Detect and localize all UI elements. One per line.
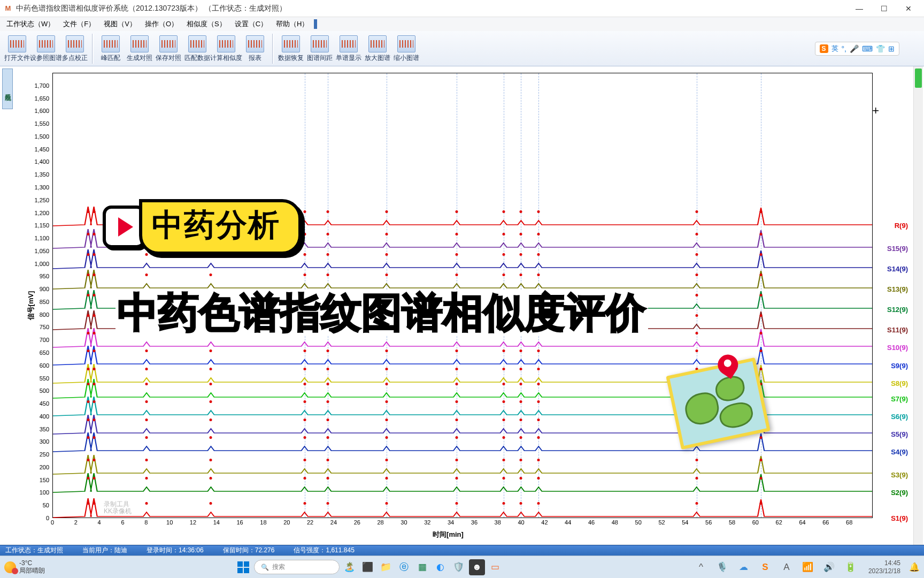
app-body: 系统导航 05010015020025030035040045050055060… (0, 66, 924, 545)
toolbar-button[interactable]: 匹配数据 (183, 33, 211, 64)
x-tick: 52 (658, 519, 665, 526)
taskbar-app-origin[interactable]: ▭ (487, 559, 503, 575)
taskbar-weather[interactable]: -3°C 局部晴朗 (4, 560, 45, 574)
menu-item[interactable]: 操作（O） (141, 18, 182, 31)
x-tick: 64 (799, 519, 805, 526)
weather-icon (4, 561, 16, 573)
toolbar-button[interactable]: 图谱间距 (306, 33, 334, 64)
menu-item[interactable]: 工作状态（W） (2, 18, 59, 31)
maximize-button[interactable]: ☐ (872, 1, 896, 17)
tray-mic-icon[interactable]: 🎙️ (714, 559, 730, 575)
y-tick: 1,250 (34, 197, 49, 203)
start-button[interactable] (235, 559, 252, 576)
menu-item[interactable]: 相似度（S） (182, 18, 230, 31)
tray-chevron-icon[interactable]: ^ (693, 559, 709, 575)
series-label: S2(9) (891, 489, 908, 497)
y-tick: 1,600 (34, 108, 49, 114)
series-label: S8(9) (891, 379, 908, 387)
toolbar-button[interactable]: 生成对照 (126, 33, 153, 64)
tray-ime-icon[interactable]: S (757, 559, 773, 575)
taskbar-center: 🔍 搜索 🏝️ ⬛ 📁 ⓔ ▦ ◐ 🛡️ ☻ ▭ (48, 559, 690, 576)
toolbar: 打开文件设参照图谱多点校正峰匹配生成对照保存对照匹配数据计算相似度报表数据恢复图… (0, 31, 924, 66)
watermark-line2: KK录像机 (104, 508, 132, 515)
toolbar-label: 缩小图谱 (394, 54, 419, 63)
vertical-scrollbar[interactable] (913, 66, 923, 545)
toolbar-button[interactable]: 保存对照 (155, 33, 182, 64)
toolbar-icon (159, 35, 178, 52)
toolbar-button[interactable]: 单谱显示 (335, 33, 363, 64)
notifications-icon[interactable]: 🔔 (909, 562, 920, 572)
tray-onedrive-icon[interactable]: ☁ (736, 559, 752, 575)
toolbar-button[interactable]: 数据恢复 (277, 33, 305, 64)
x-tick: 22 (307, 519, 313, 526)
toolbar-icon (311, 35, 329, 52)
toolbar-button[interactable]: 设参照图谱 (32, 33, 60, 64)
ime-lang: 英 (831, 44, 838, 54)
toolbar-button[interactable]: 打开文件 (3, 33, 31, 64)
toolbar-icon (130, 35, 149, 52)
series-label: S4(9) (891, 448, 908, 456)
menu-bar: 工作状态（W）文件（F）视图（V）操作（O）相似度（S）设置（C）帮助（H） (0, 17, 924, 31)
y-tick: 1,350 (34, 171, 49, 178)
ime-mic-icon: 🎤 (850, 44, 859, 53)
toolbar-label: 生成对照 (127, 54, 152, 63)
x-tick: 16 (237, 519, 243, 526)
overlay-badge-text: 中药分析 (139, 199, 302, 255)
menu-item[interactable]: 文件（F） (59, 18, 99, 31)
y-tick: 1,650 (34, 95, 49, 102)
toolbar-button[interactable]: 放大图谱 (364, 33, 391, 64)
taskbar-app-edge[interactable]: ⓔ (396, 559, 412, 575)
series-legend: S1(9)S2(9)S3(9)S4(9)S5(9)S6(9)S7(9)S8(9)… (875, 73, 910, 518)
tray-lang-icon[interactable]: A (779, 559, 795, 575)
x-tick: 50 (635, 519, 642, 526)
taskbar-app-cortana[interactable]: ◐ (433, 559, 449, 575)
series-label: S13(9) (887, 285, 908, 293)
tray-wifi-icon[interactable]: 📶 (800, 559, 816, 575)
ime-widget[interactable]: S 英 °, 🎤 ⌨ 👕 ⊞ (815, 42, 900, 56)
toolbar-button[interactable]: 缩小图谱 (392, 33, 420, 64)
window-title: 中药色谱指纹图谱相似度评价系统（2012.130723版本） （工作状态：生成对… (16, 4, 847, 13)
x-tick: 68 (846, 519, 852, 526)
y-tick: 350 (40, 426, 49, 432)
x-tick: 34 (448, 519, 454, 526)
toolbar-icon (282, 35, 300, 52)
toolbar-button[interactable]: 计算相似度 (212, 33, 240, 64)
scrollbar-thumb[interactable] (915, 69, 922, 88)
taskbar-search[interactable]: 🔍 搜索 (254, 560, 340, 574)
menu-item[interactable]: 帮助（H） (272, 18, 313, 31)
taskbar-weather-text: 局部晴朗 (19, 567, 45, 574)
y-tick: 1,450 (34, 146, 49, 153)
taskbar-app-security[interactable]: 🛡️ (451, 559, 467, 575)
x-tick: 58 (729, 519, 735, 526)
minimize-button[interactable]: ― (847, 1, 872, 17)
series-label: S3(9) (891, 471, 908, 479)
taskbar-app-1[interactable]: 🏝️ (342, 559, 358, 575)
watermark: 录制工具 KK录像机 (104, 501, 132, 515)
taskbar-app-explorer[interactable]: 📁 (378, 559, 394, 575)
sogou-icon: S (820, 44, 828, 53)
toolbar-button[interactable]: 峰匹配 (97, 33, 125, 64)
y-tick: 100 (40, 489, 49, 496)
toolbar-icon (37, 35, 55, 52)
taskbar-app-excel[interactable]: ▦ (414, 559, 430, 575)
toolbar-label: 报表 (249, 54, 261, 63)
status-login-time: 登录时间：14:36:06 (147, 546, 204, 555)
tray-volume-icon[interactable]: 🔊 (821, 559, 837, 575)
x-tick: 48 (612, 519, 618, 526)
system-tray: ^ 🎙️ ☁ S A 📶 🔊 🔋 14:45 2023/12/18 🔔 (693, 559, 920, 575)
toolbar-icon (66, 35, 84, 52)
series-label: S14(9) (887, 265, 908, 273)
tray-battery-icon[interactable]: 🔋 (843, 559, 859, 575)
menu-item[interactable]: 设置（C） (230, 18, 272, 31)
y-tick: 800 (40, 311, 49, 318)
side-panel-tab[interactable]: 系统导航 (2, 69, 13, 109)
menu-item[interactable]: 视图（V） (99, 18, 141, 31)
taskbar-app-taskview[interactable]: ⬛ (360, 559, 376, 575)
x-tick: 56 (705, 519, 712, 526)
toolbar-button[interactable]: 多点校正 (61, 33, 89, 64)
taskbar-app-steam[interactable]: ☻ (469, 559, 485, 575)
taskbar-clock[interactable]: 14:45 2023/12/18 (868, 559, 900, 575)
toolbar-button[interactable]: 报表 (241, 33, 269, 64)
close-button[interactable]: ✕ (896, 1, 921, 17)
x-tick: 20 (283, 519, 290, 526)
